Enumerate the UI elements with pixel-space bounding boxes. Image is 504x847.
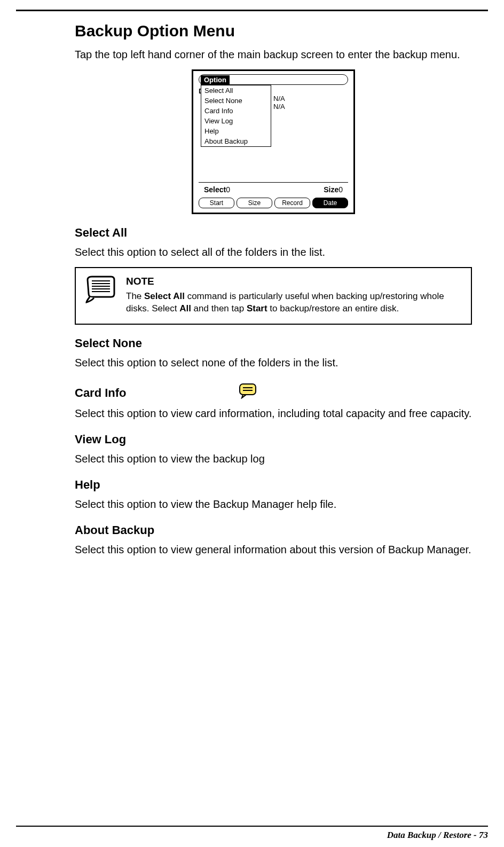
svg-rect-5 <box>240 384 256 395</box>
card-info-body: Select this option to view card informat… <box>75 406 472 421</box>
menu-item[interactable]: About Backup <box>201 136 271 146</box>
select-none-body: Select this option to select none of the… <box>75 356 472 370</box>
option-menu: Select All Select None Card Info View Lo… <box>201 85 271 147</box>
menu-item[interactable]: Select All <box>201 85 271 96</box>
record-button[interactable]: Record <box>274 198 310 208</box>
menu-item[interactable]: Help <box>201 126 271 136</box>
device-status: Select0 Size0 <box>204 185 343 194</box>
menu-item[interactable]: Select None <box>201 96 271 106</box>
note-body: The Select All command is particularly u… <box>126 291 444 313</box>
select-all-heading: Select All <box>75 226 472 240</box>
page-footer: Data Backup / Restore - 73 <box>16 826 488 841</box>
menu-item[interactable]: View Log <box>201 116 271 126</box>
size-button[interactable]: Size <box>237 198 272 208</box>
page-title: Backup Option Menu <box>75 22 472 40</box>
about-backup-heading: About Backup <box>75 523 472 537</box>
bg-na: N/A N/A <box>273 95 285 111</box>
menu-item[interactable]: Card Info <box>201 106 271 116</box>
help-body: Select this option to view the Backup Ma… <box>75 497 472 512</box>
device-buttons: Start Size Record Date <box>199 198 348 208</box>
view-log-body: Select this option to view the backup lo… <box>75 452 472 466</box>
note-icon <box>84 275 116 303</box>
start-button[interactable]: Start <box>199 198 234 208</box>
help-heading: Help <box>75 478 472 492</box>
card-info-heading: Card Info <box>75 386 127 400</box>
note-box: NOTE The Select All command is particula… <box>75 267 472 325</box>
select-none-heading: Select None <box>75 336 472 350</box>
device-divider <box>199 182 348 183</box>
view-log-heading: View Log <box>75 433 472 446</box>
about-backup-body: Select this option to view general infor… <box>75 543 472 557</box>
date-button[interactable]: Date <box>312 198 348 208</box>
footer-text: Data Backup / Restore - 73 <box>16 830 488 841</box>
note-label: NOTE <box>126 275 462 288</box>
comment-balloon-icon <box>239 383 257 401</box>
option-tab[interactable]: Option <box>201 75 230 85</box>
intro-text: Tap the top left hand corner of the main… <box>75 48 472 62</box>
device-screenshot: Option D Select All Select None Card Inf… <box>192 69 355 214</box>
select-all-body: Select this option to select all of the … <box>75 245 472 260</box>
